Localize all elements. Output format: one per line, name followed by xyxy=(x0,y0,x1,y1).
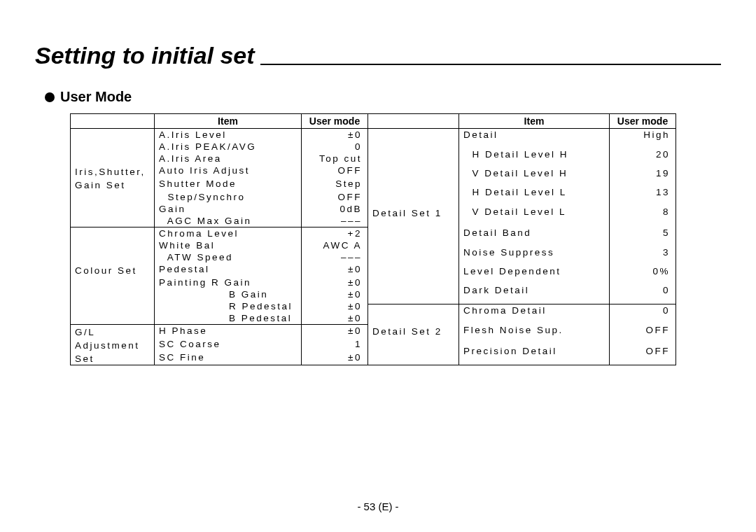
item-cell: White Bal xyxy=(155,239,302,251)
value-cell: OFF xyxy=(302,164,368,178)
item-cell: H Phase xyxy=(155,325,302,339)
settings-table-left: Item User mode A.Iris Level±0A.Iris PEAK… xyxy=(70,113,368,365)
item-cell: Detail Band xyxy=(459,227,610,246)
page-title-row: Setting to initial set xyxy=(35,42,721,69)
value-cell: ±0 xyxy=(302,288,368,300)
category-cell xyxy=(368,246,459,265)
category-label: Adjustment xyxy=(75,340,150,351)
value-cell: Step xyxy=(302,178,368,191)
category-cell xyxy=(368,227,459,246)
table-row: Chroma Detail0 xyxy=(368,304,676,324)
value-cell: ±0 xyxy=(302,325,368,339)
value-cell: Top cut xyxy=(302,153,368,164)
category-label: Iris,Shutter, xyxy=(75,166,150,178)
item-cell: B Pedestal xyxy=(155,312,302,325)
table-row: Gain0dB xyxy=(71,203,368,215)
col-header-item: Item xyxy=(459,114,610,129)
table-row: Detail Band5 xyxy=(368,227,676,246)
table-row: Step/SynchroOFF xyxy=(71,191,368,203)
category-cell xyxy=(71,239,155,251)
category-cell: Detail Set 2 xyxy=(368,324,459,346)
item-cell: Precision Detail xyxy=(459,345,610,365)
item-cell: Step/Synchro xyxy=(155,191,302,203)
category-cell xyxy=(368,304,459,324)
value-cell: 0 xyxy=(610,304,676,324)
table-row: V Detail Level H19 xyxy=(368,167,676,186)
item-cell: Shutter Mode xyxy=(155,178,302,191)
item-cell: A.Iris Level xyxy=(155,129,302,141)
category-cell xyxy=(368,186,459,205)
value-cell: ±0 xyxy=(302,300,368,312)
table-row: White BalAWC A xyxy=(71,239,368,251)
item-cell: Auto Iris Adjust xyxy=(155,164,302,178)
category-cell: Adjustment xyxy=(71,338,155,351)
table-row: H Detail Level H20 xyxy=(368,148,676,167)
title-rule xyxy=(260,64,721,65)
table-row: DetailHigh xyxy=(368,129,676,148)
col-header-value: User mode xyxy=(302,114,368,129)
table-row: Detail Set 2Flesh Noise Sup.OFF xyxy=(368,324,676,346)
item-cell: A.Iris Area xyxy=(155,153,302,164)
category-label: Detail Set 1 xyxy=(372,207,454,219)
item-cell: B Gain xyxy=(155,288,302,300)
item-cell: H Detail Level L xyxy=(459,186,610,205)
table-row: AdjustmentSC Coarse1 xyxy=(71,338,368,351)
value-cell: ±0 xyxy=(302,263,368,276)
table-row: AGC Max Gain––– xyxy=(71,215,368,227)
item-cell: Level Dependent xyxy=(459,265,610,284)
category-cell xyxy=(71,300,155,312)
value-cell: 0 xyxy=(302,141,368,153)
table-row: H Detail Level L13 xyxy=(368,186,676,205)
category-cell xyxy=(71,191,155,203)
item-cell: Chroma Detail xyxy=(459,304,610,324)
col-header-category xyxy=(71,114,155,129)
table-row: SetSC Fine±0 xyxy=(71,351,368,365)
value-cell: ––– xyxy=(302,215,368,227)
section-title-text: User Mode xyxy=(60,89,132,105)
category-cell xyxy=(368,345,459,365)
value-cell: High xyxy=(610,129,676,148)
value-cell: ––– xyxy=(302,251,368,263)
table-row: Level Dependent0% xyxy=(368,265,676,284)
value-cell: 5 xyxy=(610,227,676,246)
table-row: B Pedestal±0 xyxy=(71,312,368,325)
item-cell: Chroma Level xyxy=(155,227,302,240)
value-cell: OFF xyxy=(302,191,368,203)
item-cell: R Pedestal xyxy=(155,300,302,312)
category-cell: Set xyxy=(71,351,155,365)
category-label: Set xyxy=(75,353,150,365)
table-row: Detail Set 1 V Detail Level L8 xyxy=(368,206,676,227)
value-cell: ±0 xyxy=(302,312,368,325)
table-row: A.Iris Level±0 xyxy=(71,129,368,141)
category-cell xyxy=(71,288,155,300)
table-row: A.Iris AreaTop cut xyxy=(71,153,368,164)
value-cell: 8 xyxy=(610,206,676,227)
table-row: Colour SetPedestal±0 xyxy=(71,263,368,276)
category-label: Gain Set xyxy=(75,179,150,191)
table-row: G/LH Phase±0 xyxy=(71,325,368,339)
table-row: Chroma Level+2 xyxy=(71,227,368,240)
item-cell: Detail xyxy=(459,129,610,148)
table-row: R Pedestal±0 xyxy=(71,300,368,312)
page-footer: - 53 (E) - xyxy=(0,500,756,512)
table-row: Iris,Shutter,Auto Iris AdjustOFF xyxy=(71,164,368,178)
category-cell xyxy=(368,265,459,284)
value-cell: 0% xyxy=(610,265,676,284)
category-label: Colour Set xyxy=(75,265,150,276)
category-cell xyxy=(71,312,155,325)
value-cell: OFF xyxy=(610,345,676,365)
item-cell: Noise Suppress xyxy=(459,246,610,265)
category-cell xyxy=(71,276,155,288)
value-cell: 20 xyxy=(610,148,676,167)
col-header-item: Item xyxy=(155,114,302,129)
item-cell: SC Coarse xyxy=(155,338,302,351)
category-cell xyxy=(71,129,155,141)
table-row: B Gain±0 xyxy=(71,288,368,300)
category-cell: G/L xyxy=(71,325,155,339)
table-row: ATW Speed––– xyxy=(71,251,368,263)
value-cell: 1 xyxy=(302,338,368,351)
table-row: Gain SetShutter ModeStep xyxy=(71,178,368,191)
value-cell: 13 xyxy=(610,186,676,205)
item-cell: Pedestal xyxy=(155,263,302,276)
value-cell: ±0 xyxy=(302,351,368,365)
